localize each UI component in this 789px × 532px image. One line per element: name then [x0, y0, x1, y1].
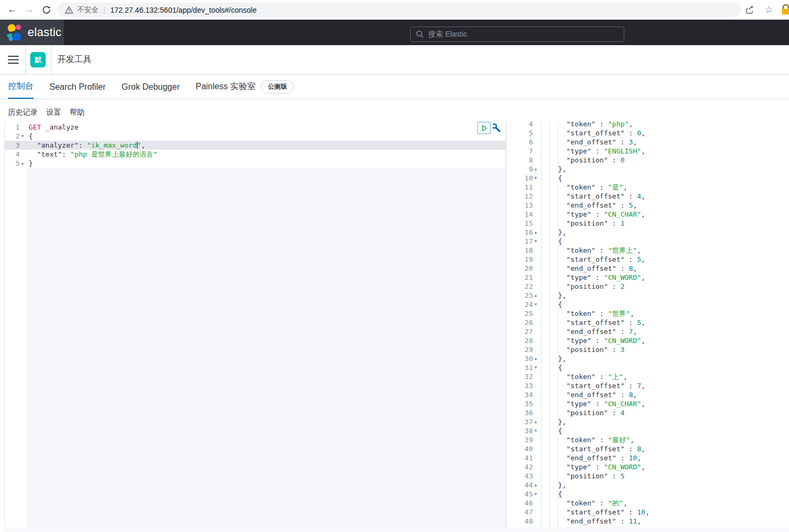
line-number: 16	[506, 228, 533, 237]
code-text: "token" : "上",	[541, 372, 627, 381]
response-line: 33 "start_offset" : 7,	[506, 381, 789, 390]
fold-toggle-icon[interactable]: ▴	[535, 291, 542, 300]
url-separator: |	[104, 5, 106, 14]
back-icon[interactable]: ←	[5, 3, 19, 16]
code-text: "type" : "CN_WORD",	[541, 336, 646, 345]
code-text: "start_offset" : 7,	[541, 381, 646, 390]
code-text: "position" : 4	[541, 408, 625, 417]
history-button[interactable]: 历史记录	[8, 108, 38, 117]
code-text: {	[541, 300, 562, 309]
fold-toggle-icon[interactable]: ▴	[535, 228, 542, 237]
fold-toggle-icon[interactable]: ▾	[535, 237, 542, 246]
url-bar[interactable]: 不安全 | 172.27.46.132:5601/app/dev_tools#/…	[57, 3, 741, 17]
editor-empty-area[interactable]	[27, 168, 506, 532]
share-icon[interactable]	[743, 3, 757, 16]
fold-toggle-icon[interactable]: ▾	[535, 363, 542, 372]
response-line: 38▾ {	[506, 426, 789, 435]
response-line: 5 "start_offset" : 0,	[506, 128, 789, 138]
not-secure-warning-icon	[65, 6, 73, 14]
code-text: "type" : "CN_CHAR",	[541, 399, 646, 408]
response-line: 46 "token" : "的",	[506, 499, 789, 508]
response-line: 13 "end_offset" : 5,	[506, 201, 789, 210]
line-number: 44	[506, 480, 533, 490]
tab-grok-debugger[interactable]: Grok Debugger	[122, 75, 180, 99]
editor-line[interactable]: 1GET _analyze	[5, 123, 506, 132]
editor-line[interactable]: 5▴}	[5, 159, 506, 168]
page-title: 开发工具	[57, 54, 91, 65]
forward-icon[interactable]: →	[22, 3, 36, 16]
tab-console[interactable]: 控制台	[8, 75, 33, 99]
fold-toggle-icon[interactable]: ▴	[21, 159, 29, 168]
fold-toggle-icon[interactable]: ▴	[535, 354, 542, 363]
response-panel: 4 "token" : "php",5 "start_offset" : 0,6…	[506, 121, 789, 532]
line-number: 11	[506, 183, 533, 192]
elastic-logo-block[interactable]: elastic	[0, 20, 64, 45]
fold-toggle-icon[interactable]: ▴	[535, 165, 542, 174]
elastic-header: elastic 搜索 Elastic	[0, 20, 789, 45]
fold-toggle-icon[interactable]: ▴	[535, 480, 542, 490]
space-badge[interactable]: 默	[30, 52, 46, 67]
response-line: 42 "type" : "CN_WORD",	[506, 462, 789, 471]
code-text: {	[541, 237, 562, 246]
fold-toggle-icon[interactable]: ▾	[535, 174, 542, 183]
response-line: 35 "type" : "CN_CHAR",	[506, 399, 789, 408]
line-number: 20	[506, 264, 533, 273]
fold-toggle-icon[interactable]: ▾	[21, 132, 29, 141]
response-line: 16▴ },	[506, 228, 789, 237]
response-line: 30▴ },	[506, 354, 789, 363]
line-number: 27	[506, 327, 533, 336]
request-editor-panel[interactable]: 1GET _analyze2▾{3 "analyzer": "ik_max_wo…	[4, 121, 506, 532]
response-line: 41 "end_offset" : 10,	[506, 453, 789, 462]
fold-toggle-icon[interactable]: ▾	[535, 300, 542, 309]
fold-toggle-icon[interactable]: ▴	[535, 417, 542, 426]
scrollbar-track[interactable]	[4, 528, 789, 532]
reload-icon[interactable]	[39, 3, 53, 16]
bookmark-star-icon[interactable]: ☆	[762, 3, 776, 16]
extension-lock-icon[interactable]	[779, 3, 789, 16]
response-line: 25 "token" : "世界",	[506, 309, 789, 318]
fold-toggle-icon[interactable]: ▾	[535, 426, 542, 435]
line-number: 13	[506, 201, 533, 210]
line-number: 45	[506, 490, 533, 499]
response-line: 45▾ {	[506, 490, 789, 499]
response-line: 18 "token" : "世界上",	[506, 246, 789, 255]
line-number: 42	[506, 462, 533, 471]
elastic-logo-icon	[5, 23, 23, 41]
global-search-input[interactable]: 搜索 Elastic	[410, 27, 624, 42]
editor-line[interactable]: 2▾{	[5, 132, 506, 141]
line-number: 25	[506, 309, 533, 318]
line-number: 37	[506, 417, 533, 426]
tab-search-profiler[interactable]: Search Profiler	[49, 75, 106, 99]
help-button[interactable]: 帮助	[70, 108, 84, 117]
line-number: 39	[506, 435, 533, 444]
line-number: 36	[506, 408, 533, 417]
line-number: 43	[506, 471, 533, 480]
code-text: "end_offset" : 8,	[541, 264, 637, 273]
tab-painless-lab[interactable]: Painless 实验室 公测版	[196, 75, 294, 99]
code-text: "start_offset" : 5,	[541, 318, 646, 327]
request-options-wrench-icon[interactable]	[491, 123, 502, 133]
fold-toggle-icon[interactable]: ▾	[535, 490, 542, 499]
code-text: "end_offset" : 11,	[541, 517, 641, 526]
code-text: "end_offset" : 8,	[541, 390, 637, 399]
send-request-button[interactable]	[477, 122, 491, 134]
response-line: 29 "position" : 3	[506, 345, 789, 354]
line-number: 47	[506, 508, 533, 517]
tab-label: Grok Debugger	[122, 82, 180, 92]
response-line: 11 "token" : "是",	[506, 183, 789, 192]
code-text: "token" : "php",	[541, 121, 633, 128]
response-line: 31▾ {	[506, 363, 789, 372]
dev-tools-tabs: 控制台 Search Profiler Grok Debugger Painle…	[0, 75, 789, 99]
code-text: "type" : "CN_WORD",	[541, 273, 646, 282]
line-number: 14	[506, 210, 533, 219]
code-text: "position" : 2	[541, 282, 625, 291]
code-text: "start_offset" : 4,	[541, 192, 646, 201]
editor-line[interactable]: 4 "text": "php 是世界上最好的语言"	[5, 150, 506, 159]
editor-line[interactable]: 3 "analyzer": "ik_max_word",	[5, 141, 506, 150]
line-number: 17	[506, 237, 533, 246]
response-line: 19 "start_offset" : 5,	[506, 255, 789, 264]
app-nav-row: 默 开发工具	[0, 45, 789, 75]
menu-hamburger-icon[interactable]	[6, 53, 20, 67]
settings-button[interactable]: 设置	[46, 108, 61, 117]
response-line: 34 "end_offset" : 8,	[506, 390, 789, 399]
